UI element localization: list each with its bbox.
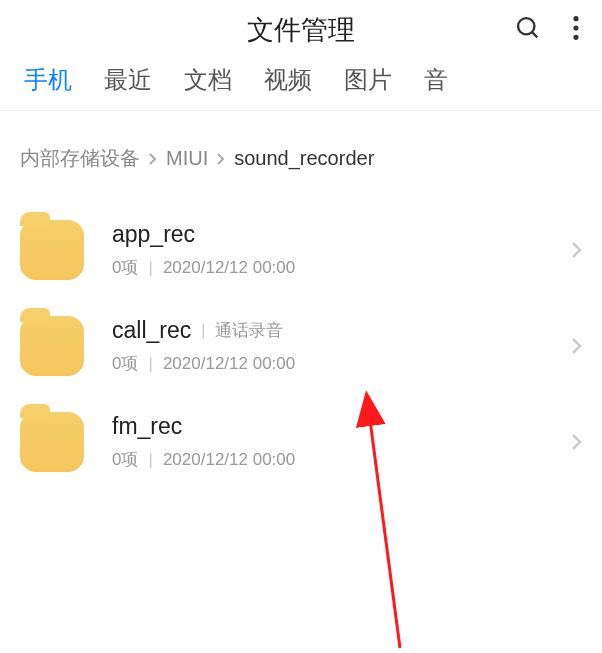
folder-time: 2020/12/12 00:00: [163, 354, 295, 374]
folder-time: 2020/12/12 00:00: [163, 450, 295, 470]
folder-name: fm_rec: [112, 413, 182, 440]
folder-count: 0项: [112, 448, 138, 471]
row-main: fm_rec 0项 | 2020/12/12 00:00: [112, 413, 562, 471]
breadcrumb-item-current[interactable]: sound_recorder: [234, 147, 374, 170]
header: 文件管理: [0, 0, 602, 62]
tab-docs[interactable]: 文档: [184, 64, 232, 96]
folder-count: 0项: [112, 256, 138, 279]
folder-name: call_rec: [112, 317, 191, 344]
row-main: app_rec 0项 | 2020/12/12 00:00: [112, 221, 562, 279]
chevron-right-icon: [570, 239, 584, 261]
more-icon[interactable]: [572, 14, 580, 42]
folder-name: app_rec: [112, 221, 195, 248]
tabs: 手机 最近 文档 视频 图片 音: [0, 62, 602, 110]
row-main: call_rec | 通话录音 0项 | 2020/12/12 00:00: [112, 317, 562, 375]
page-title: 文件管理: [20, 12, 582, 48]
chevron-right-icon: [148, 152, 158, 166]
folder-time: 2020/12/12 00:00: [163, 258, 295, 278]
breadcrumb-item-miui[interactable]: MIUI: [166, 147, 208, 170]
svg-point-3: [573, 25, 578, 30]
folder-icon: [20, 316, 84, 376]
list-item[interactable]: app_rec 0项 | 2020/12/12 00:00: [0, 202, 602, 298]
svg-line-1: [532, 32, 537, 37]
chevron-right-icon: [570, 335, 584, 357]
separator: |: [201, 322, 205, 340]
header-actions: [514, 14, 580, 42]
folder-list: app_rec 0项 | 2020/12/12 00:00 call_rec |…: [0, 194, 602, 498]
folder-icon: [20, 412, 84, 472]
tab-clipped[interactable]: 音: [424, 64, 448, 96]
svg-point-4: [573, 35, 578, 40]
breadcrumb: 内部存储设备 MIUI sound_recorder: [0, 111, 602, 194]
tab-recent[interactable]: 最近: [104, 64, 152, 96]
search-icon[interactable]: [514, 14, 542, 42]
chevron-right-icon: [216, 152, 226, 166]
list-item[interactable]: fm_rec 0项 | 2020/12/12 00:00: [0, 394, 602, 490]
breadcrumb-item-root[interactable]: 内部存储设备: [20, 145, 140, 172]
tab-images[interactable]: 图片: [344, 64, 392, 96]
separator: |: [148, 354, 152, 374]
chevron-right-icon: [570, 431, 584, 453]
separator: |: [148, 258, 152, 278]
svg-point-0: [518, 18, 534, 34]
tab-phone[interactable]: 手机: [24, 64, 72, 96]
folder-tag: 通话录音: [215, 319, 283, 342]
folder-count: 0项: [112, 352, 138, 375]
tab-video[interactable]: 视频: [264, 64, 312, 96]
list-item[interactable]: call_rec | 通话录音 0项 | 2020/12/12 00:00: [0, 298, 602, 394]
folder-icon: [20, 220, 84, 280]
svg-point-2: [573, 16, 578, 21]
separator: |: [148, 450, 152, 470]
